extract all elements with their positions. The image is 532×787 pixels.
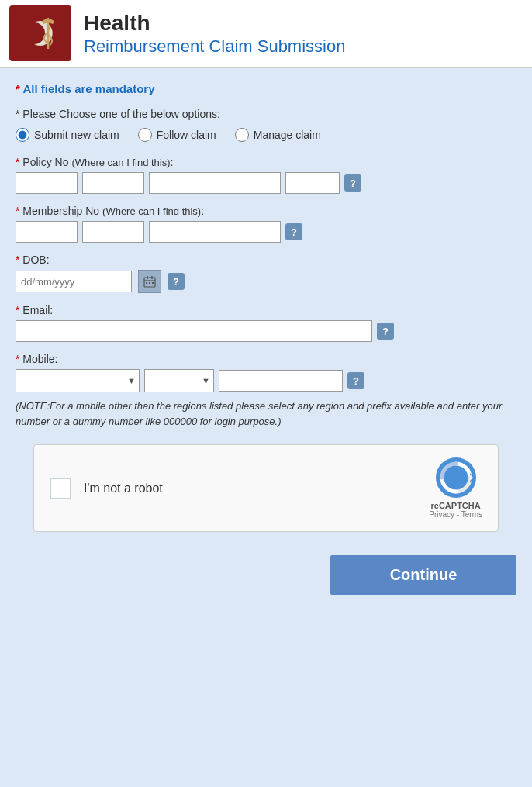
recaptcha-logo-icon — [436, 457, 476, 498]
policy-field-3[interactable] — [149, 172, 281, 194]
mobile-label: * Mobile: — [16, 353, 516, 365]
email-field: * Email: ? — [16, 304, 516, 342]
policy-field-1[interactable] — [16, 172, 78, 194]
header: Health Reimbursement Claim Submission — [0, 0, 532, 68]
dob-help-icon[interactable]: ? — [168, 273, 185, 290]
mobile-note: (NOTE:For a mobile other than the region… — [16, 399, 516, 429]
radio-manage-label: Manage claim — [254, 129, 321, 141]
membership-no-inputs: ? — [16, 221, 516, 243]
recaptcha-links: Privacy - Terms — [429, 510, 482, 519]
radio-follow-input[interactable] — [138, 128, 152, 142]
recaptcha-checkbox[interactable] — [50, 478, 71, 499]
membership-no-help-link[interactable]: (Where can I find this) — [102, 205, 201, 217]
mobile-help-icon[interactable]: ? — [347, 372, 364, 389]
mandatory-text: All fields are mandatory — [22, 82, 154, 95]
recaptcha-terms-link[interactable]: Terms — [461, 510, 482, 519]
mandatory-note: * All fields are mandatory — [16, 82, 516, 95]
policy-no-inputs: ? — [16, 172, 516, 194]
policy-help-icon[interactable]: ? — [344, 174, 361, 192]
radio-manage-input[interactable] — [235, 128, 249, 142]
header-text: Health Reimbursement Claim Submission — [84, 10, 345, 57]
recaptcha-privacy-link[interactable]: Privacy — [429, 510, 454, 519]
recaptcha-brand: reCAPTCHA — [431, 501, 481, 510]
membership-help-icon[interactable]: ? — [285, 223, 302, 240]
dob-field: * DOB: ? — [16, 254, 516, 293]
calendar-button[interactable] — [138, 270, 161, 293]
continue-row: Continue — [16, 555, 516, 595]
radio-follow-label: Follow claim — [157, 129, 216, 141]
mobile-prefix-wrapper: ▼ — [144, 369, 214, 392]
mandatory-asterisk: * — [16, 82, 20, 95]
page-title: Health — [84, 10, 345, 36]
radio-follow-claim[interactable]: Follow claim — [138, 128, 216, 142]
policy-input-group — [16, 172, 340, 194]
recaptcha-left: I'm not a robot — [50, 478, 163, 499]
radio-submit-input[interactable] — [16, 128, 29, 142]
recaptcha-label: I'm not a robot — [84, 482, 163, 495]
policy-no-label: * Policy No (Where can I find this): — [16, 156, 516, 168]
mobile-prefix-select[interactable] — [144, 369, 214, 392]
membership-field-2[interactable] — [82, 221, 144, 243]
dob-input[interactable] — [16, 271, 132, 292]
recaptcha-box: I'm not a robot reCAPTCHA Privacy - Term… — [33, 444, 499, 532]
mobile-region-select[interactable] — [16, 369, 140, 392]
membership-field-3[interactable] — [149, 221, 281, 243]
main-content: * All fields are mandatory * Please Choo… — [0, 68, 532, 787]
mobile-number-input[interactable] — [219, 370, 343, 392]
dob-input-row: ? — [16, 270, 516, 293]
radio-manage-claim[interactable]: Manage claim — [235, 128, 321, 142]
logo — [9, 5, 71, 61]
svg-rect-6 — [146, 282, 147, 284]
dob-label: * DOB: — [16, 254, 516, 266]
continue-button[interactable]: Continue — [330, 555, 516, 595]
policy-no-field: * Policy No (Where can I find this): ? — [16, 156, 516, 194]
policy-no-help-link[interactable]: (Where can I find this) — [71, 157, 170, 168]
options-label: * Please Choose one of the below options… — [16, 108, 516, 120]
email-help-icon[interactable]: ? — [377, 323, 394, 340]
radio-submit-new-claim[interactable]: Submit new claim — [16, 128, 119, 142]
mobile-region-wrapper: ▼ — [16, 369, 140, 392]
svg-rect-8 — [152, 282, 154, 284]
page-subtitle: Reimbursement Claim Submission — [84, 36, 345, 57]
recaptcha-right: reCAPTCHA Privacy - Terms — [429, 457, 482, 519]
email-input-group: ? — [16, 320, 516, 342]
svg-rect-7 — [149, 282, 150, 284]
calendar-icon — [143, 275, 156, 288]
logo-icon — [19, 12, 62, 55]
membership-field-1[interactable] — [16, 221, 78, 243]
mobile-input-row: ▼ ▼ ? — [16, 369, 516, 392]
email-label: * Email: — [16, 304, 516, 316]
policy-field-4[interactable] — [285, 172, 340, 194]
email-input[interactable] — [16, 320, 372, 342]
membership-input-group — [16, 221, 281, 243]
claim-options: Submit new claim Follow claim Manage cla… — [16, 128, 516, 142]
membership-no-label: * Membership No (Where can I find this): — [16, 205, 516, 217]
mobile-field: * Mobile: ▼ ▼ ? (NOTE:For a mobile other… — [16, 353, 516, 429]
membership-no-field: * Membership No (Where can I find this):… — [16, 205, 516, 243]
radio-submit-label: Submit new claim — [34, 129, 119, 141]
svg-point-0 — [20, 13, 60, 54]
policy-field-2[interactable] — [82, 172, 144, 194]
